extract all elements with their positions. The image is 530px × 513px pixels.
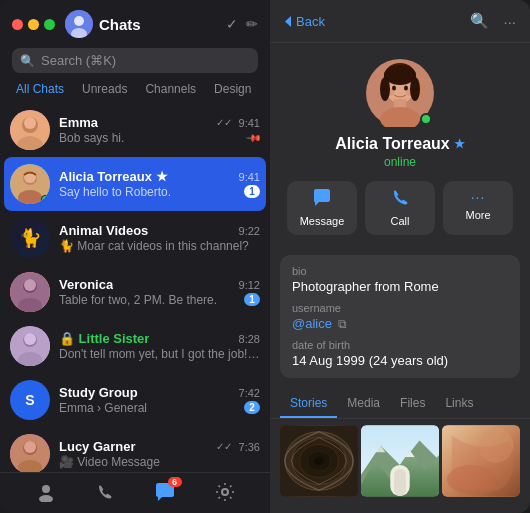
search-bar[interactable]: 🔍 Search (⌘K) <box>12 48 258 73</box>
bio-row: bio Photographer from Rome <box>292 265 508 294</box>
more-icon: ··· <box>471 189 486 205</box>
call-button[interactable]: Call <box>365 181 435 235</box>
close-traffic-light[interactable] <box>12 19 23 30</box>
svg-point-22 <box>24 441 36 453</box>
tab-unreads[interactable]: Unreads <box>74 79 135 99</box>
chat-bottom: 🐈 Moar cat videos in this channel? <box>59 238 260 253</box>
tab-channels[interactable]: Channels <box>137 79 204 99</box>
chat-preview: Don't tell mom yet, but I got the job! I… <box>59 347 260 361</box>
tab-links[interactable]: Links <box>435 390 483 418</box>
avatar <box>10 110 50 150</box>
app-container: Chats ✓ ✏ 🔍 Search (⌘K) All Chats Unread… <box>0 0 530 513</box>
compose-icon[interactable]: ✏ <box>246 17 258 31</box>
online-indicator <box>41 195 49 203</box>
chat-name: Emma <box>59 115 98 130</box>
tab-media[interactable]: Media <box>337 390 390 418</box>
chat-content: Study Group 7:42 Emma › General 2 <box>59 385 260 415</box>
chat-name: Veronica <box>59 277 113 292</box>
svg-rect-50 <box>394 469 406 496</box>
chat-content: Lucy Garner ✓✓ 7:36 🎥 Video Message <box>59 439 260 469</box>
chat-preview: Bob says hi. <box>59 131 124 145</box>
tab-design[interactable]: Design <box>206 79 259 99</box>
sidebar-header: Chats ✓ ✏ <box>0 0 270 44</box>
chat-top: Study Group 7:42 <box>59 385 260 400</box>
username-label: username <box>292 302 508 314</box>
chat-name: Alicia Torreaux ★ <box>59 169 168 184</box>
profile-actions: Message Call ··· More <box>286 181 514 235</box>
profile-avatar-container <box>366 59 434 127</box>
chat-top: 🔒 Little Sister 8:28 <box>59 331 260 346</box>
copy-icon[interactable]: ⧉ <box>338 317 347 331</box>
bottom-navigation: 6 <box>0 472 270 513</box>
header-icons: ✓ ✏ <box>226 17 258 31</box>
user-avatar[interactable] <box>65 10 93 38</box>
settings-nav[interactable] <box>215 482 235 502</box>
profile-online-indicator <box>420 113 432 125</box>
unread-badge: 1 <box>244 293 260 306</box>
chat-top: Veronica 9:12 <box>59 277 260 292</box>
chat-bottom: Bob says hi. 📌 <box>59 130 260 145</box>
svg-point-18 <box>24 333 36 345</box>
star-icon: ★ <box>454 137 465 151</box>
profile-status: online <box>384 155 416 169</box>
list-item[interactable]: Emma ✓✓ 9:41 Bob says hi. 📌 <box>0 103 270 157</box>
list-item[interactable]: 🐈 Animal Videos 9:22 🐈 Moar cat videos i… <box>0 211 270 265</box>
profile-info-section: bio Photographer from Rome username @ali… <box>280 255 520 378</box>
chat-preview: Say hello to Roberto. <box>59 185 171 199</box>
traffic-lights <box>12 19 55 30</box>
minimize-traffic-light[interactable] <box>28 19 39 30</box>
chat-top: Lucy Garner ✓✓ 7:36 <box>59 439 260 454</box>
svg-point-23 <box>42 485 50 493</box>
message-icon <box>312 189 332 211</box>
username-value: @alice ⧉ <box>292 316 508 331</box>
tab-stories[interactable]: Stories <box>280 390 337 418</box>
chats-nav[interactable]: 6 <box>154 481 176 503</box>
media-thumbnail[interactable] <box>361 425 439 497</box>
check-icon: ✓✓ <box>216 117 232 128</box>
chat-bottom: Emma › General 2 <box>59 400 260 415</box>
tabs: All Chats Unreads Channels Design <box>0 79 270 99</box>
chat-bottom: 🎥 Video Message <box>59 454 260 469</box>
bio-label: bio <box>292 265 508 277</box>
list-item[interactable]: 🔒 Little Sister 8:28 Don't tell mom yet,… <box>0 319 270 373</box>
chat-time: 9:12 <box>239 279 260 291</box>
chat-bottom: Table for two, 2 PM. Be there. 1 <box>59 292 260 307</box>
pin-icon: 📌 <box>246 129 262 145</box>
chat-time: 8:28 <box>239 333 260 345</box>
avatar: S <box>10 380 50 420</box>
list-item[interactable]: S Study Group 7:42 Emma › General 2 <box>0 373 270 427</box>
chat-content: Animal Videos 9:22 🐈 Moar cat videos in … <box>59 223 260 253</box>
search-profile-icon[interactable]: 🔍 <box>470 12 489 30</box>
maximize-traffic-light[interactable] <box>44 19 55 30</box>
checkmark-icon[interactable]: ✓ <box>226 17 238 31</box>
more-button[interactable]: ··· More <box>443 181 513 235</box>
media-thumbnail[interactable] <box>280 425 358 497</box>
chat-preview: Emma › General <box>59 401 147 415</box>
profile-section: Alicia Torreaux ★ online Message <box>270 43 530 247</box>
message-button[interactable]: Message <box>287 181 357 235</box>
contacts-nav[interactable] <box>36 482 56 502</box>
svg-point-6 <box>24 117 36 129</box>
avatar <box>10 164 50 204</box>
media-tabs: Stories Media Files Links <box>270 390 530 419</box>
chat-bottom: Don't tell mom yet, but I got the job! I… <box>59 346 260 361</box>
chat-time: 7:36 <box>239 441 260 453</box>
svg-point-1 <box>74 16 84 26</box>
more-options-icon[interactable]: ··· <box>503 13 516 30</box>
list-item[interactable]: Veronica 9:12 Table for two, 2 PM. Be th… <box>0 265 270 319</box>
tab-all-chats[interactable]: All Chats <box>8 79 72 99</box>
chat-list: Emma ✓✓ 9:41 Bob says hi. 📌 <box>0 103 270 472</box>
chat-name: Animal Videos <box>59 223 148 238</box>
chat-content: Emma ✓✓ 9:41 Bob says hi. 📌 <box>59 115 260 145</box>
svg-point-14 <box>24 279 36 291</box>
back-button[interactable]: Back <box>284 14 325 29</box>
chat-count-badge: 6 <box>168 477 182 487</box>
chat-top: Emma ✓✓ 9:41 <box>59 115 260 130</box>
right-header-actions: 🔍 ··· <box>470 12 516 30</box>
list-item[interactable]: Alicia Torreaux ★ 9:41 Say hello to Robe… <box>4 157 266 211</box>
list-item[interactable]: Lucy Garner ✓✓ 7:36 🎥 Video Message <box>0 427 270 472</box>
calls-nav[interactable] <box>95 482 115 502</box>
tab-files[interactable]: Files <box>390 390 435 418</box>
chat-content: Veronica 9:12 Table for two, 2 PM. Be th… <box>59 277 260 307</box>
media-thumbnail[interactable] <box>442 425 520 497</box>
